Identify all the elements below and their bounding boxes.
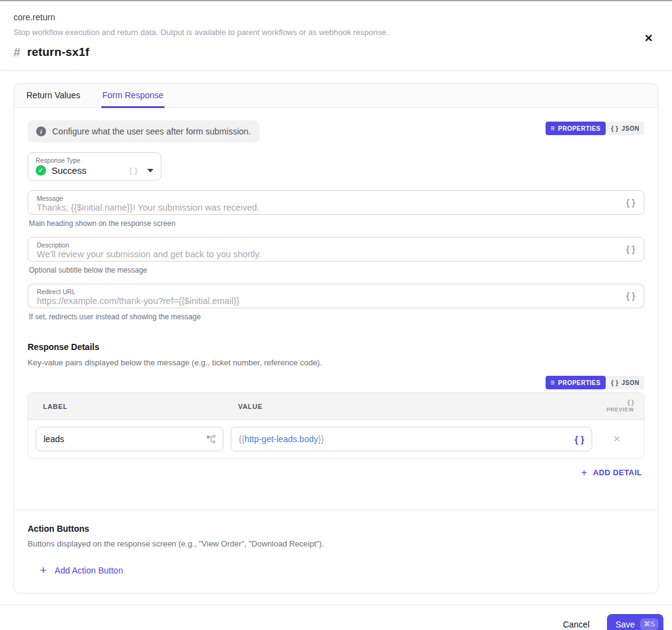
response-details-description: Key-value pairs displayed below the mess… — [28, 358, 644, 367]
node-type: core.return — [14, 12, 655, 22]
tab-form-response[interactable]: Form Response — [101, 84, 165, 108]
column-header-label: LABEL — [43, 403, 231, 410]
node-title-row: # return-sx1f — [14, 45, 655, 59]
tab-return-values[interactable]: Return Values — [25, 84, 82, 108]
list-icon: ≡ — [550, 379, 555, 386]
section-divider — [14, 510, 658, 510]
json-toggle[interactable]: { } JSON — [606, 376, 644, 389]
description-input[interactable] — [37, 249, 617, 259]
list-icon: ≡ — [550, 125, 555, 132]
redirect-url-field: Redirect URL { } — [28, 284, 644, 308]
view-mode-toggle: ≡ PROPERTIES { } JSON — [546, 122, 644, 135]
details-table: LABEL VALUE { } PREVIEW — [28, 392, 644, 459]
add-detail-label: ADD DETAIL — [593, 469, 642, 477]
column-header-preview: { } PREVIEW — [600, 399, 634, 414]
preview-label: PREVIEW — [600, 406, 634, 413]
braces-icon[interactable]: { } — [626, 198, 635, 208]
description-field: Description { } — [28, 237, 644, 262]
redirect-url-input[interactable] — [37, 296, 617, 306]
add-action-button[interactable]: + Add Action Button — [28, 564, 123, 576]
details-table-header: LABEL VALUE { } PREVIEW — [28, 393, 644, 420]
description-group: Description { } Optional subtitle below … — [28, 237, 644, 274]
schema-picker-icon[interactable] — [207, 435, 215, 443]
expression-close-brace: }} — [318, 434, 323, 444]
modal-header: core.return Stop workflow execution and … — [0, 1, 672, 71]
message-input[interactable] — [37, 203, 617, 212]
save-button-label: Save — [616, 620, 635, 629]
message-field-label: Message — [37, 195, 617, 202]
braces-icon: { } — [600, 399, 634, 407]
node-title: return-sx1f — [27, 45, 89, 59]
cancel-button[interactable]: Cancel — [560, 616, 592, 630]
braces-icon[interactable]: { } — [626, 244, 635, 254]
redirect-url-field-label: Redirect URL — [37, 288, 617, 295]
action-buttons-description: Buttons displayed on the response screen… — [28, 539, 644, 548]
expression-reference: http-get-leads.body — [244, 434, 318, 444]
braces-icon: { } — [129, 166, 137, 175]
node-config-modal: core.return Stop workflow execution and … — [0, 0, 672, 630]
column-header-value: VALUE — [238, 403, 592, 410]
info-icon: i — [36, 126, 46, 136]
tab-bar: Return Values Form Response — [14, 84, 658, 108]
response-details-heading: Response Details — [28, 342, 644, 352]
braces-icon: { } — [611, 125, 619, 132]
config-card: Return Values Form Response i Configure … — [14, 83, 658, 594]
response-type-select[interactable]: Response Type ✓ Success { } — [28, 152, 161, 181]
card-body: i Configure what the user sees after for… — [14, 108, 658, 593]
info-banner: i Configure what the user sees after for… — [28, 120, 260, 142]
detail-label-cell — [36, 427, 223, 451]
message-group: Message { } Main heading shown on the re… — [28, 190, 644, 228]
braces-icon[interactable]: { } — [574, 434, 584, 445]
banner-row: i Configure what the user sees after for… — [28, 120, 644, 142]
redirect-url-helper: If set, redirects user instead of showin… — [28, 313, 644, 321]
description-field-label: Description — [37, 241, 617, 249]
details-toggle-row: ≡ PROPERTIES { } JSON — [28, 375, 644, 389]
add-detail-row: + ADD DETAIL — [28, 467, 644, 478]
add-action-button-label: Add Action Button — [55, 566, 123, 575]
action-buttons-heading: Action Buttons — [28, 524, 644, 534]
footer-bar: Cancel Save ⌘S — [0, 605, 672, 630]
json-toggle[interactable]: { } JSON — [606, 122, 644, 135]
braces-icon: { } — [611, 379, 619, 386]
properties-toggle-label: PROPERTIES — [558, 125, 600, 132]
message-field: Message { } — [28, 190, 644, 215]
info-banner-text: Configure what the user sees after form … — [52, 126, 251, 136]
json-toggle-label: JSON — [622, 125, 639, 132]
node-description: Stop workflow execution and return data.… — [14, 28, 655, 37]
close-icon[interactable]: ✕ — [643, 32, 654, 45]
remove-row-icon[interactable]: ✕ — [600, 434, 634, 445]
json-toggle-label: JSON — [622, 379, 639, 386]
table-row: {{http-get-leads.body}} { } ✕ — [28, 420, 644, 458]
chevron-down-icon — [147, 169, 153, 173]
plus-icon: + — [40, 564, 47, 576]
details-view-mode-toggle: ≡ PROPERTIES { } JSON — [546, 376, 644, 389]
description-helper: Optional subtitle below the message — [28, 266, 644, 274]
properties-toggle[interactable]: ≡ PROPERTIES — [546, 376, 606, 389]
save-shortcut-badge: ⌘S — [640, 618, 658, 630]
response-type-value-row: ✓ Success { } — [36, 165, 153, 176]
detail-label-input[interactable] — [44, 434, 202, 444]
response-type-label: Response Type — [36, 157, 153, 164]
properties-toggle-label: PROPERTIES — [558, 379, 600, 386]
braces-icon[interactable]: { } — [626, 291, 635, 301]
message-helper: Main heading shown on the response scree… — [28, 219, 644, 228]
properties-toggle[interactable]: ≡ PROPERTIES — [546, 122, 606, 135]
hash-icon: # — [14, 46, 20, 58]
redirect-url-group: Redirect URL { } If set, redirects user … — [28, 284, 644, 321]
plus-icon: + — [581, 467, 587, 478]
save-button[interactable]: Save ⌘S — [607, 614, 663, 630]
detail-value-cell[interactable]: {{http-get-leads.body}} { } — [231, 427, 592, 451]
detail-value-expression: {{http-get-leads.body}} — [239, 434, 574, 444]
response-type-value: Success — [52, 165, 123, 176]
success-check-icon: ✓ — [36, 165, 46, 176]
add-detail-button[interactable]: + ADD DETAIL — [579, 467, 644, 478]
expression-open-brace: {{ — [239, 434, 244, 444]
